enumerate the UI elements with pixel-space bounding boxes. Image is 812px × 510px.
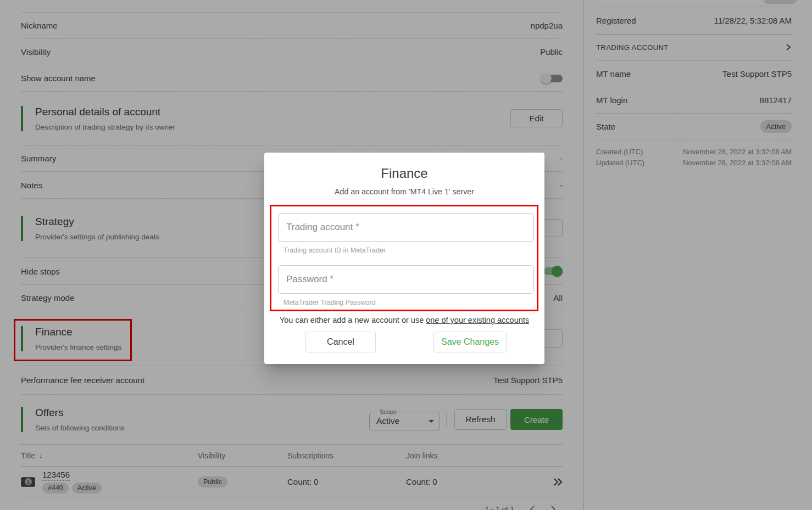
modal-note: You can either add a new account or use … bbox=[264, 316, 544, 324]
provider-settings-page: Nickname npdp2ua Visibility Public Show … bbox=[0, 0, 812, 510]
password-input[interactable] bbox=[278, 265, 534, 294]
finance-modal: Finance Add an account from 'MT4 Live 1'… bbox=[264, 153, 544, 364]
save-changes-button[interactable]: Save Changes bbox=[433, 332, 507, 352]
password-helper: MetaTrader Trading Password bbox=[283, 299, 376, 306]
existing-accounts-link[interactable]: one of your existing accounts bbox=[426, 316, 529, 324]
modal-title: Finance bbox=[264, 166, 544, 181]
password-field-wrap bbox=[278, 265, 534, 294]
trading-account-input[interactable] bbox=[278, 213, 534, 242]
note-text: You can either add a new account or use bbox=[280, 316, 426, 324]
cancel-button[interactable]: Cancel bbox=[305, 332, 376, 352]
trading-account-field-wrap bbox=[278, 213, 534, 242]
modal-subtitle: Add an account from 'MT4 Live 1' server bbox=[264, 187, 544, 196]
trading-account-helper: Trading account ID in MetaTrader bbox=[283, 246, 386, 254]
